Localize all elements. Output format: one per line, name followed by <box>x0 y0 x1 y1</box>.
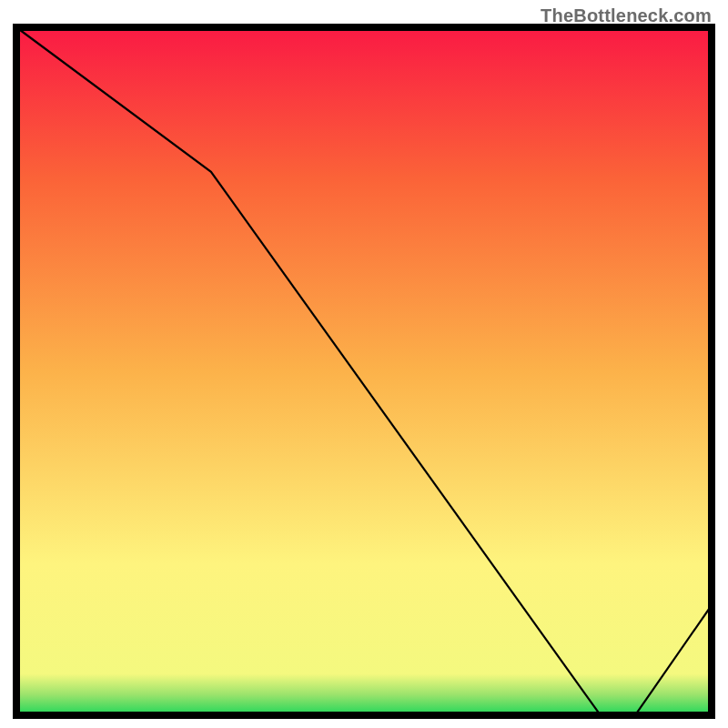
plot-area <box>16 27 712 715</box>
chart-container: TheBottleneck.com <box>0 0 728 728</box>
bottleneck-chart <box>0 0 728 728</box>
watermark-label: TheBottleneck.com <box>541 5 712 26</box>
